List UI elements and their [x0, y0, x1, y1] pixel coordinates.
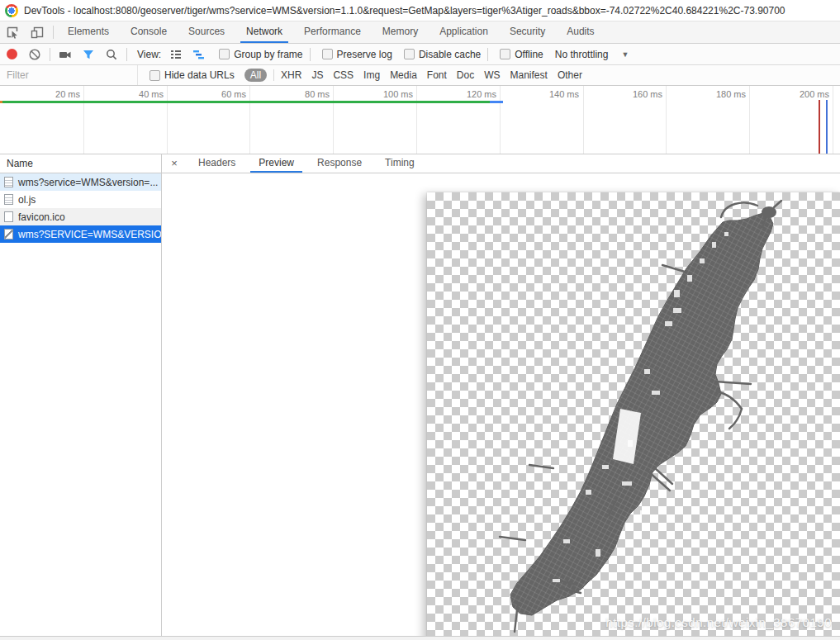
tab-preview[interactable]: Preview	[247, 154, 306, 173]
filter-input[interactable]	[0, 67, 137, 83]
device-toolbar-button[interactable]	[25, 21, 50, 43]
request-row[interactable]: favicon.ico	[0, 208, 161, 225]
filter-type-manifest[interactable]: Manifest	[505, 69, 553, 81]
tab-response[interactable]: Response	[306, 154, 373, 173]
overview-network-bar-tail	[490, 101, 503, 103]
timeline-tick: 160 ms	[633, 89, 662, 99]
show-overview-button[interactable]	[187, 44, 211, 64]
network-overview-timeline[interactable]: 20 ms 40 ms 60 ms 80 ms 100 ms 120 ms 14…	[0, 86, 840, 154]
waterfall-icon	[192, 48, 206, 61]
disable-cache-checkbox[interactable]	[404, 49, 415, 59]
tab-security[interactable]: Security	[499, 21, 556, 43]
filter-type-js[interactable]: JS	[306, 69, 328, 81]
request-list-panel: Name wms?service=WMS&version=... ol.js f…	[0, 154, 162, 636]
preserve-log-label: Preserve log	[337, 49, 392, 60]
tab-network[interactable]: Network	[235, 21, 293, 43]
record-button[interactable]	[0, 44, 23, 64]
filter-type-doc[interactable]: Doc	[452, 69, 479, 81]
tab-console[interactable]: Console	[120, 21, 178, 43]
chevron-down-icon[interactable]: ▼	[621, 50, 629, 59]
window-title: DevTools - localhost:8080/geoserver/tige…	[24, 5, 785, 17]
offline-label: Offline	[515, 49, 543, 60]
chrome-logo-icon	[5, 4, 18, 17]
map-preview-image	[427, 192, 840, 636]
throttling-dropdown[interactable]: No throttling	[555, 49, 609, 60]
timeline-tick: 60 ms	[221, 89, 246, 99]
timeline-gridline	[583, 86, 584, 154]
network-toolbar: View: Group by frame Preserve log Disabl…	[0, 44, 840, 65]
request-row[interactable]: ol.js	[0, 191, 161, 208]
image-icon	[4, 229, 13, 239]
close-icon[interactable]: ×	[162, 154, 187, 173]
hide-data-urls-label: Hide data URLs	[164, 69, 235, 81]
filter-type-all[interactable]: All	[244, 69, 267, 82]
tab-elements[interactable]: Elements	[57, 21, 120, 43]
devtools-window: DevTools - localhost:8080/geoserver/tige…	[0, 0, 840, 640]
use-large-rows-button[interactable]	[164, 44, 187, 64]
request-row-selected[interactable]: wms?SERVICE=WMS&VERSIO...	[0, 225, 161, 243]
file-icon	[4, 211, 13, 222]
funnel-icon	[82, 48, 95, 61]
inspect-cursor-icon	[6, 26, 19, 39]
timeline-tick: 140 ms	[549, 89, 579, 99]
timeline-tick: 20 ms	[55, 89, 80, 99]
disable-cache-label: Disable cache	[419, 49, 481, 60]
inspect-element-button[interactable]	[0, 21, 25, 43]
search-icon	[105, 48, 118, 61]
search-button[interactable]	[100, 44, 123, 64]
network-main-area: Name wms?service=WMS&version=... ol.js f…	[0, 154, 840, 636]
separator	[273, 69, 274, 81]
filter-type-font[interactable]: Font	[422, 69, 452, 81]
filter-type-css[interactable]: CSS	[328, 69, 358, 81]
filter-type-media[interactable]: Media	[385, 69, 422, 81]
request-name: wms?SERVICE=WMS&VERSIO...	[18, 229, 161, 240]
summary-bar	[0, 636, 840, 640]
clear-button[interactable]	[23, 44, 46, 64]
timeline-gridline	[666, 86, 667, 154]
offline-checkbox[interactable]	[500, 49, 510, 59]
devtools-tabbar: Elements Console Sources Network Perform…	[0, 21, 840, 44]
request-name: ol.js	[18, 194, 36, 206]
tab-application[interactable]: Application	[429, 21, 499, 43]
tab-audits[interactable]: Audits	[556, 21, 605, 43]
filter-type-xhr[interactable]: XHR	[276, 69, 306, 81]
screenshot-button[interactable]	[54, 44, 77, 64]
tab-sources[interactable]: Sources	[178, 21, 235, 43]
tab-performance[interactable]: Performance	[293, 21, 372, 43]
list-view-icon	[169, 48, 183, 61]
timeline-gridline	[500, 86, 501, 154]
separator	[50, 48, 50, 61]
timeline-tick: 200 ms	[800, 89, 829, 99]
timeline-tick: 80 ms	[305, 89, 330, 99]
filter-type-other[interactable]: Other	[553, 69, 587, 81]
load-event-marker	[826, 100, 828, 154]
tab-headers[interactable]: Headers	[187, 154, 247, 173]
tab-timing[interactable]: Timing	[373, 154, 426, 173]
tab-memory[interactable]: Memory	[372, 21, 429, 43]
network-filter-bar: Hide data URLs All XHR JS CSS Img Media …	[0, 65, 840, 86]
timeline-gridline	[83, 86, 84, 154]
preserve-log-checkbox[interactable]	[322, 49, 333, 59]
timeline-gridline	[249, 86, 250, 154]
name-column-header[interactable]: Name	[0, 154, 161, 173]
filter-type-ws[interactable]: WS	[479, 69, 505, 81]
group-by-frame-checkbox[interactable]	[219, 49, 230, 59]
clear-icon	[28, 48, 41, 61]
request-name: favicon.ico	[18, 211, 65, 223]
device-toolbar-icon	[31, 26, 44, 39]
timeline-tick: 40 ms	[139, 89, 164, 99]
window-titlebar: DevTools - localhost:8080/geoserver/tige…	[0, 0, 840, 21]
request-row[interactable]: wms?service=WMS&version=...	[0, 173, 161, 191]
timeline-gridline	[167, 86, 168, 154]
hide-data-urls-checkbox[interactable]	[149, 70, 160, 81]
filter-type-img[interactable]: Img	[358, 69, 385, 81]
timeline-gridline	[333, 86, 334, 154]
timeline-gridline	[749, 86, 750, 154]
request-detail-pane: × Headers Preview Response Timing	[162, 154, 840, 636]
separator	[126, 48, 127, 61]
view-label: View:	[137, 49, 161, 60]
timeline-tick: 100 ms	[383, 89, 413, 99]
timeline-gridline	[833, 86, 833, 154]
document-icon	[4, 177, 13, 187]
filter-toggle-button[interactable]	[77, 44, 100, 64]
